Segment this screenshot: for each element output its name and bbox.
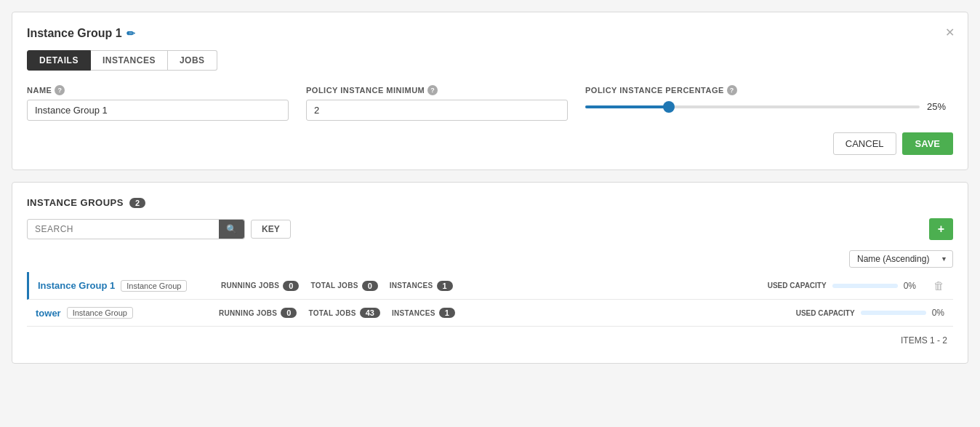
total-jobs-2: TOTAL JOBS 43 [308,308,379,318]
instance-groups-card: INSTANCE GROUPS 2 🔍 KEY + Name (Ascendin… [12,182,968,364]
slider-thumb[interactable] [663,101,675,113]
min-input[interactable] [306,100,568,121]
instance-name-section: Instance Group 1 Instance Group [38,280,212,292]
capacity-section-2: USED CAPACITY 0% [796,308,944,318]
key-button[interactable]: KEY [251,220,291,239]
instances-count-2: 1 [439,308,455,318]
total-jobs-label-2: TOTAL JOBS [308,309,356,317]
instances-count-1: 1 [437,281,453,291]
items-footer: ITEMS 1 - 2 [27,332,953,348]
card-title-text: Instance Group 1 [27,27,122,40]
running-jobs-count-2: 0 [281,308,297,318]
instances-label-1: INSTANCES [390,282,433,290]
instance-group-link-2[interactable]: tower [36,308,61,319]
running-jobs-label-2: RUNNING JOBS [219,309,277,317]
sort-row: Name (Ascending) Name (Descending) [27,250,953,268]
total-jobs-count-1: 0 [362,281,378,291]
edit-icon[interactable]: ✏ [126,28,135,39]
tab-instances[interactable]: INSTANCES [91,50,168,71]
search-input[interactable] [28,220,219,239]
form-fields: NAME ? POLICY INSTANCE MINIMUM ? POLICY … [27,85,953,121]
card-title: Instance Group 1 ✏ [27,27,953,40]
slider-row: 25% [585,101,953,112]
capacity-section-1: USED CAPACITY 0% [768,281,916,291]
running-jobs-count-1: 0 [283,281,299,291]
edit-card: Instance Group 1 ✏ ✕ DETAILS INSTANCES J… [12,12,968,170]
min-help-icon[interactable]: ? [427,85,438,95]
capacity-track-2 [861,311,926,315]
tab-jobs[interactable]: JOBS [168,50,217,71]
min-label: POLICY INSTANCE MINIMUM ? [306,85,568,95]
capacity-label-2: USED CAPACITY [796,309,855,317]
instances-1: INSTANCES 1 [390,281,453,291]
tab-details[interactable]: DETAILS [27,50,91,71]
save-button[interactable]: SAVE [902,132,953,155]
form-actions: CANCEL SAVE [27,132,953,155]
sort-select[interactable]: Name (Ascending) Name (Descending) [849,250,953,268]
running-jobs-1: RUNNING JOBS 0 [221,281,299,291]
stats-row-2: RUNNING JOBS 0 TOTAL JOBS 43 INSTANCES 1… [219,308,944,318]
name-field-group: NAME ? [27,85,289,121]
total-jobs-1: TOTAL JOBS 0 [310,281,377,291]
total-jobs-count-2: 43 [360,308,380,318]
slider-fill [585,105,669,108]
section-header: INSTANCE GROUPS 2 [27,197,953,208]
add-instance-group-button[interactable]: + [929,218,953,240]
section-title: INSTANCE GROUPS [27,197,124,208]
min-field-group: POLICY INSTANCE MINIMUM ? [306,85,568,121]
total-jobs-label-1: TOTAL JOBS [310,282,358,290]
stats-row-1: RUNNING JOBS 0 TOTAL JOBS 0 INSTANCES 1 … [221,279,944,292]
slider-track[interactable] [585,105,920,108]
name-input[interactable] [27,100,289,121]
capacity-pct-2: 0% [932,308,944,318]
search-button[interactable]: 🔍 [219,220,244,239]
capacity-label-1: USED CAPACITY [768,282,827,290]
name-label: NAME ? [27,85,289,95]
tab-bar: DETAILS INSTANCES JOBS [27,50,953,71]
instance-name-section-2: tower Instance Group [36,307,210,319]
instances-label-2: INSTANCES [392,309,435,317]
search-row: 🔍 KEY + [27,218,953,240]
table-row: Instance Group 1 Instance Group RUNNING … [27,272,953,300]
running-jobs-label-1: RUNNING JOBS [221,282,279,290]
sort-wrapper: Name (Ascending) Name (Descending) [849,250,953,268]
pct-label: POLICY INSTANCE PERCENTAGE ? [585,85,953,95]
slider-value: 25% [927,101,953,112]
pct-help-icon[interactable]: ? [727,85,737,95]
type-badge-1: Instance Group [121,280,187,292]
type-badge-2: Instance Group [67,307,133,319]
search-wrapper: 🔍 [27,219,245,239]
close-icon[interactable]: ✕ [945,25,955,39]
table-row: tower Instance Group RUNNING JOBS 0 TOTA… [27,300,953,327]
pct-field-group: POLICY INSTANCE PERCENTAGE ? 25% [585,85,953,112]
cancel-button[interactable]: CANCEL [833,132,896,155]
running-jobs-2: RUNNING JOBS 0 [219,308,297,318]
instance-group-link-1[interactable]: Instance Group 1 [38,280,115,291]
delete-icon-1[interactable]: 🗑 [933,279,944,292]
instance-groups-count: 2 [129,198,145,208]
capacity-track-1 [832,284,898,288]
name-help-icon[interactable]: ? [55,85,65,95]
instances-2: INSTANCES 1 [392,308,455,318]
capacity-pct-1: 0% [904,281,916,291]
